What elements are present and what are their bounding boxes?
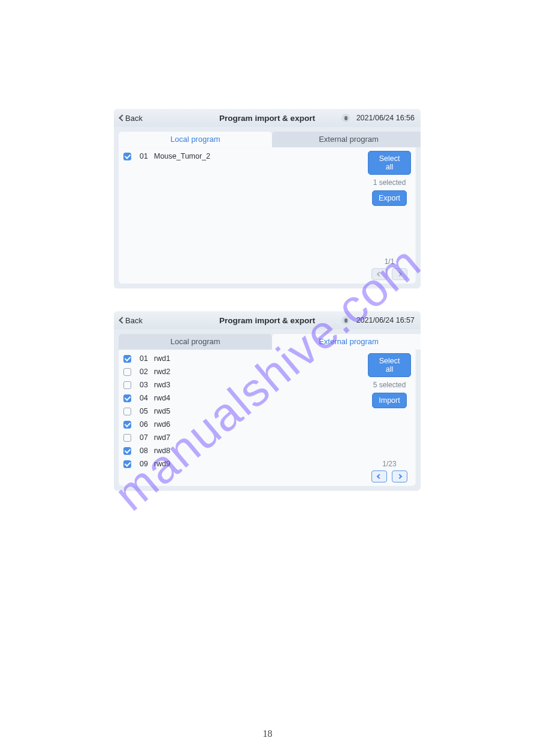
item-name: rwd4 (154, 394, 170, 402)
panel-body: Local program External program 01Mouse_T… (114, 127, 421, 289)
checkbox[interactable] (123, 447, 131, 455)
page-indicator: 1/23 (368, 460, 411, 468)
item-name: rwd8 (154, 447, 170, 455)
header: Back Program import & export 2021/06/24 … (114, 109, 421, 127)
page-number: 18 (263, 728, 273, 739)
select-all-button[interactable]: Select all (368, 353, 411, 377)
chevron-right-icon (397, 474, 402, 479)
chevron-left-icon (119, 317, 125, 323)
select-all-button[interactable]: Select all (368, 151, 411, 175)
datetime: 2021/06/24 16:57 (356, 316, 415, 324)
prev-page-button[interactable] (371, 268, 387, 280)
checkbox[interactable] (123, 355, 131, 363)
checkbox[interactable] (123, 381, 131, 389)
panel-export: Back Program import & export 2021/06/24 … (114, 109, 421, 289)
pager: 1/23 (368, 460, 411, 482)
list-item[interactable]: 06rwd6 (120, 418, 362, 431)
tabs: Local program External program (119, 132, 421, 147)
list-item[interactable]: 09rwd9 (120, 457, 362, 470)
item-name: rwd7 (154, 433, 170, 442)
tab-local[interactable]: Local program (119, 334, 272, 350)
item-number: 01 (137, 354, 148, 363)
item-name: rwd5 (154, 407, 170, 415)
list-item[interactable]: 05rwd5 (120, 405, 362, 418)
back-label: Back (125, 114, 143, 123)
chevron-right-icon (397, 272, 402, 277)
tab-local[interactable]: Local program (119, 132, 272, 147)
item-name: rwd2 (154, 368, 170, 376)
item-name: Mouse_Tumor_2 (154, 152, 210, 160)
item-number: 09 (137, 460, 148, 468)
import-button[interactable]: Import (372, 393, 407, 408)
tab-external[interactable]: External program (272, 132, 421, 147)
back-button[interactable]: Back (120, 316, 143, 325)
list-item[interactable]: 02rwd2 (120, 365, 362, 378)
next-page-button[interactable] (392, 470, 407, 482)
list-item[interactable]: 01rwd1 (120, 352, 362, 365)
pager-buttons (368, 470, 411, 482)
item-name: rwd9 (154, 460, 170, 468)
item-name: rwd1 (154, 354, 170, 363)
item-name: rwd3 (154, 381, 170, 389)
list-item[interactable]: 03rwd3 (120, 378, 362, 391)
tabs: Local program External program (119, 334, 421, 350)
program-list: 01rwd102rwd203rwd304rwd405rwd506rwd607rw… (120, 352, 362, 484)
usb-icon (341, 316, 350, 324)
content-box: 01rwd102rwd203rwd304rwd405rwd506rwd607rw… (119, 350, 416, 486)
side-actions: Select all 1 selected Export (368, 151, 411, 206)
back-button[interactable]: Back (120, 114, 143, 123)
program-list: 01Mouse_Tumor_2 (120, 150, 362, 281)
item-number: 01 (137, 152, 148, 160)
checkbox[interactable] (123, 368, 131, 376)
item-name: rwd6 (154, 420, 170, 429)
list-item[interactable]: 07rwd7 (120, 431, 362, 444)
checkbox[interactable] (123, 394, 131, 402)
selected-count: 1 selected (373, 178, 406, 187)
item-number: 06 (137, 420, 148, 429)
datetime: 2021/06/24 16:56 (356, 114, 415, 122)
back-label: Back (125, 316, 143, 325)
checkbox[interactable] (123, 408, 131, 415)
chevron-left-icon (119, 114, 125, 121)
prev-page-button[interactable] (371, 470, 387, 482)
next-page-button[interactable] (392, 268, 407, 280)
item-number: 05 (137, 407, 148, 415)
selected-count: 5 selected (373, 381, 406, 389)
export-button[interactable]: Export (372, 190, 407, 206)
usb-icon (341, 114, 350, 122)
header: Back Program import & export 2021/06/24 … (114, 311, 421, 329)
chevron-left-icon (377, 474, 382, 479)
panel-body: Local program External program 01rwd102r… (114, 329, 421, 491)
page-title: Program import & export (219, 114, 315, 123)
list-item[interactable]: 04rwd4 (120, 391, 362, 405)
checkbox[interactable] (123, 153, 131, 160)
item-number: 03 (137, 381, 148, 389)
side-actions: Select all 5 selected Import (368, 353, 411, 408)
checkbox[interactable] (123, 460, 131, 468)
page-title: Program import & export (219, 316, 315, 325)
list-item[interactable]: 01Mouse_Tumor_2 (120, 150, 362, 163)
panel-import: Back Program import & export 2021/06/24 … (114, 311, 421, 491)
page-indicator: 1/1 (368, 257, 411, 266)
pager-buttons (368, 268, 411, 280)
item-number: 04 (137, 394, 148, 402)
item-number: 08 (137, 447, 148, 455)
chevron-left-icon (377, 272, 382, 277)
item-number: 07 (137, 433, 148, 442)
checkbox[interactable] (123, 421, 131, 429)
checkbox[interactable] (123, 434, 131, 442)
tab-external[interactable]: External program (272, 334, 421, 350)
content-box: 01Mouse_Tumor_2 Select all 1 selected Ex… (119, 147, 416, 284)
list-item[interactable]: 08rwd8 (120, 444, 362, 457)
pager: 1/1 (368, 257, 411, 280)
item-number: 02 (137, 368, 148, 376)
